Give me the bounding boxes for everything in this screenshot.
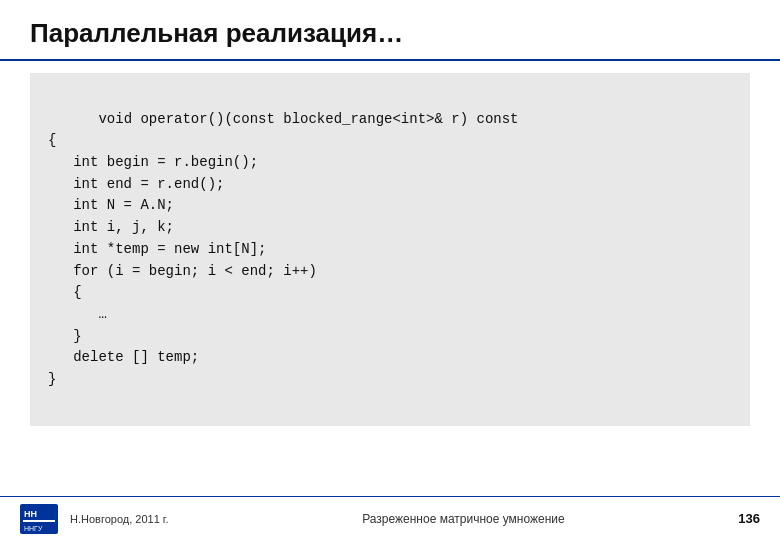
- code-block: void operator()(const blocked_range<int>…: [30, 73, 750, 426]
- footer-location: Н.Новгород, 2011 г.: [70, 513, 169, 525]
- main-content: void operator()(const blocked_range<int>…: [0, 73, 780, 496]
- svg-rect-2: [23, 520, 55, 522]
- svg-text:НН: НН: [24, 509, 37, 519]
- slide-header: Параллельная реализация…: [0, 0, 780, 61]
- footer-subject: Разреженное матричное умножение: [189, 512, 739, 526]
- slide-title: Параллельная реализация…: [30, 18, 403, 48]
- footer-logo: НН ННГУ: [20, 504, 58, 534]
- footer-page-number: 136: [738, 511, 760, 526]
- slide: Параллельная реализация… void operator()…: [0, 0, 780, 540]
- slide-footer: НН ННГУ Н.Новгород, 2011 г. Разреженное …: [0, 496, 780, 540]
- svg-text:ННГУ: ННГУ: [24, 525, 43, 532]
- code-text: void operator()(const blocked_range<int>…: [48, 111, 519, 387]
